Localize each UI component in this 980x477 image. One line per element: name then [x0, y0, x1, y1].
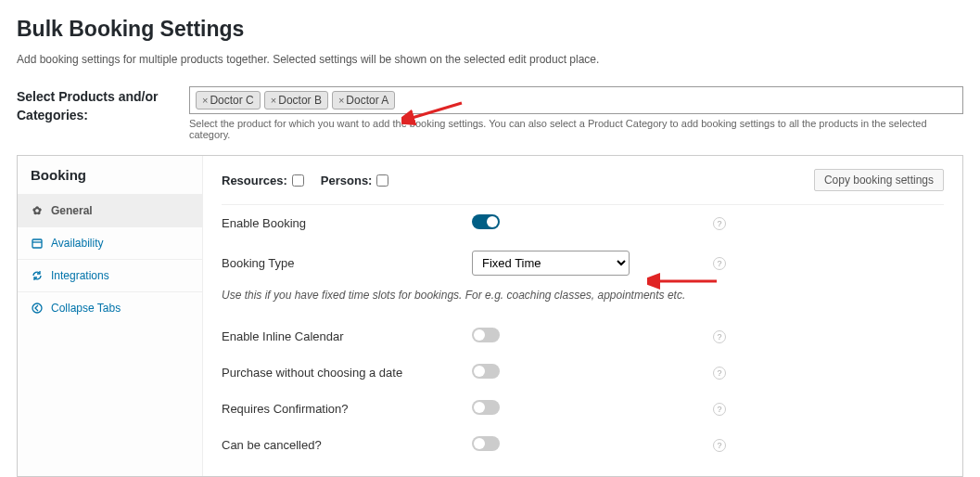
page-subtitle: Add booking settings for multiple produc…: [17, 53, 963, 66]
help-icon[interactable]: ?: [713, 367, 726, 380]
chip-doctor-b[interactable]: ×Doctor B: [264, 91, 328, 110]
requires-confirmation-label: Requires Confirmation?: [222, 402, 472, 416]
resources-checkbox-label[interactable]: Resources:: [222, 174, 304, 187]
select-products-label: Select Products and/or Categories:: [17, 86, 189, 124]
inline-calendar-label: Enable Inline Calendar: [222, 329, 472, 343]
calendar-icon: [31, 238, 44, 249]
products-hint: Select the product for which you want to…: [189, 118, 963, 140]
help-icon[interactable]: ?: [713, 257, 726, 270]
refresh-icon: [31, 270, 44, 281]
chip-doctor-c[interactable]: ×Doctor C: [196, 91, 261, 110]
enable-booking-label: Enable Booking: [222, 216, 472, 230]
sidebar-item-label: Collapse Tabs: [51, 302, 121, 315]
sidebar-item-availability[interactable]: Availability: [18, 226, 202, 259]
chip-remove-icon[interactable]: ×: [271, 95, 276, 106]
purchase-no-date-toggle[interactable]: [472, 364, 500, 379]
booking-type-desc: Use this if you have fixed time slots fo…: [222, 285, 944, 318]
sidebar-item-label: Availability: [51, 237, 103, 250]
enable-booking-toggle[interactable]: [472, 214, 500, 229]
sidebar-item-label: Integrations: [51, 269, 109, 282]
help-icon[interactable]: ?: [713, 217, 726, 230]
inline-calendar-toggle[interactable]: [472, 328, 500, 342]
persons-checkbox-label[interactable]: Persons:: [321, 174, 389, 187]
svg-rect-1: [32, 239, 42, 248]
page-title: Bulk Booking Settings: [17, 17, 963, 42]
help-icon[interactable]: ?: [713, 439, 726, 452]
persons-checkbox[interactable]: [376, 174, 388, 187]
chip-remove-icon[interactable]: ×: [202, 95, 208, 106]
booking-type-select[interactable]: Fixed Time: [472, 251, 630, 276]
requires-confirmation-toggle[interactable]: [472, 400, 500, 415]
chip-remove-icon[interactable]: ×: [338, 95, 344, 106]
can-cancel-label: Can be cancelled?: [222, 438, 472, 452]
copy-booking-settings-button[interactable]: Copy booking settings: [814, 169, 944, 191]
help-icon[interactable]: ?: [713, 330, 726, 343]
sidebar-item-collapse[interactable]: Collapse Tabs: [18, 291, 202, 324]
chip-doctor-a[interactable]: ×Doctor A: [332, 91, 395, 110]
resources-checkbox[interactable]: [292, 174, 304, 187]
purchase-no-date-label: Purchase without choosing a date: [222, 366, 472, 380]
svg-point-3: [32, 303, 42, 313]
gear-icon: ✿: [31, 204, 44, 217]
sidebar-item-general[interactable]: ✿ General: [18, 194, 202, 226]
sidebar-item-integrations[interactable]: Integrations: [18, 259, 202, 291]
sidebar-title: Booking: [18, 156, 202, 194]
booking-type-label: Booking Type: [222, 256, 472, 270]
can-cancel-toggle[interactable]: [472, 436, 500, 451]
sidebar-item-label: General: [51, 204, 93, 217]
collapse-icon: [31, 303, 44, 314]
products-chips-input[interactable]: ×Doctor C ×Doctor B ×Doctor A: [189, 86, 963, 114]
settings-sidebar: Booking ✿ General Availability Integrati…: [18, 156, 203, 476]
help-icon[interactable]: ?: [713, 403, 726, 416]
